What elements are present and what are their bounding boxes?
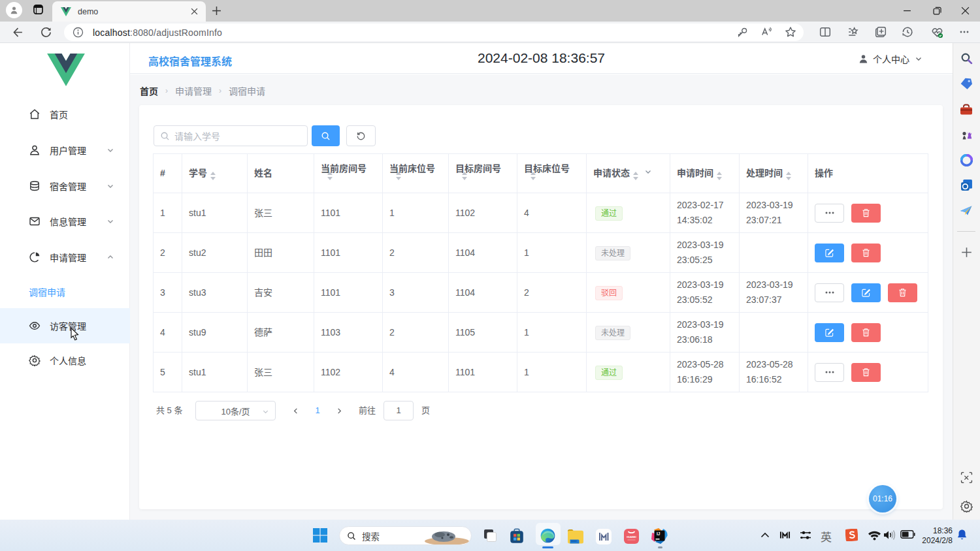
svg-text:IJ: IJ [657,531,661,536]
svg-text:HUAWEI: HUAWEI [627,536,636,539]
